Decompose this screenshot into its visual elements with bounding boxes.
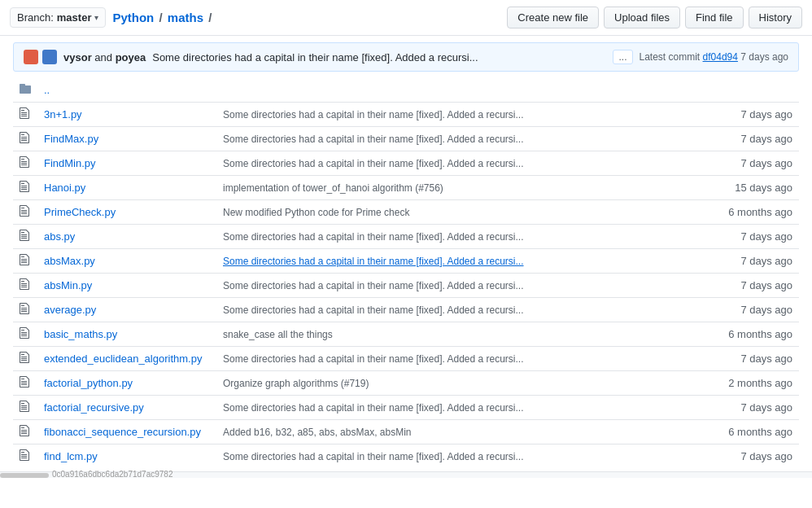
file-commit-cell: New modified Python code for Prime check (216, 200, 701, 225)
file-time-cell: 7 days ago (701, 127, 799, 151)
file-icon (13, 200, 37, 225)
table-row: 3n+1.py Some directories had a capital i… (13, 103, 799, 127)
file-link[interactable]: average.py (44, 304, 96, 316)
file-time-cell: 7 days ago (701, 274, 799, 298)
file-name-cell: 3n+1.py (37, 103, 216, 127)
file-link[interactable]: factorial_recursive.py (44, 401, 144, 414)
file-time-cell: 7 days ago (701, 249, 799, 274)
commit-text: Some directories had a capital in their … (223, 402, 524, 414)
file-commit-cell: Some directories had a capital in their … (216, 103, 701, 127)
file-table: .. 3n+1.py Some directories had a capita… (13, 78, 799, 468)
horizontal-scrollbar[interactable]: 0c0a916a6dbc6da2b71d7ac9782 (0, 471, 812, 478)
file-time-cell: 6 months ago (701, 322, 799, 347)
file-name-cell: factorial_recursive.py (37, 396, 216, 420)
scroll-thumb (0, 473, 49, 478)
breadcrumb-maths[interactable]: maths (168, 11, 203, 24)
table-row: factorial_python.py Organize graph algor… (13, 371, 799, 396)
parent-dir-icon (13, 78, 37, 103)
author1-link[interactable]: vysor (63, 51, 92, 64)
file-time-cell: 15 days ago (701, 176, 799, 200)
file-name-cell: basic_maths.py (37, 322, 216, 347)
parent-dir-link[interactable]: .. (37, 78, 799, 103)
file-name-cell: FindMin.py (37, 151, 216, 176)
file-name-cell: factorial_python.py (37, 371, 216, 396)
file-time-cell: 7 days ago (701, 444, 799, 469)
commit-text: Some directories had a capital in their … (223, 280, 524, 291)
branch-label: Branch: (17, 11, 54, 24)
file-time-cell: 7 days ago (701, 298, 799, 322)
file-link[interactable]: fibonacci_sequence_recursion.py (44, 426, 201, 438)
table-row: absMin.py Some directories had a capital… (13, 274, 799, 298)
file-commit-cell: Some directories had a capital in their … (216, 298, 701, 322)
file-commit-cell: Organize graph algorithms (#719) (216, 371, 701, 396)
file-time-cell: 7 days ago (701, 347, 799, 371)
avatar-icon-1 (24, 50, 38, 64)
top-bar: Branch: master ▾ Python / maths / Create… (0, 0, 812, 36)
avatar-group (24, 50, 57, 64)
commit-text: Organize graph algorithms (#719) (223, 378, 369, 389)
file-name-cell: fibonacci_sequence_recursion.py (37, 420, 216, 444)
commit-text: Added b16, b32, a85, abs, absMax, absMin (223, 427, 412, 438)
avatar-icon-2 (42, 50, 57, 64)
file-icon (13, 127, 37, 151)
table-row: extended_euclidean_algorithm.py Some dir… (13, 347, 799, 371)
table-row: FindMax.py Some directories had a capita… (13, 127, 799, 151)
ellipsis-button[interactable]: ... (613, 50, 632, 64)
commit-text: Some directories had a capital in their … (223, 304, 524, 316)
branch-selector[interactable]: Branch: master ▾ (10, 7, 106, 28)
file-list-container: .. 3n+1.py Some directories had a capita… (0, 78, 812, 468)
file-commit-cell: Some directories had a capital in their … (216, 225, 701, 249)
file-link[interactable]: basic_maths.py (44, 328, 117, 340)
latest-commit-label: Latest commit (640, 51, 701, 63)
create-new-file-button[interactable]: Create new file (507, 7, 599, 28)
commit-link[interactable]: Some directories had a capital in their … (223, 256, 524, 267)
breadcrumb-python[interactable]: Python (112, 11, 154, 24)
file-icon (13, 103, 37, 127)
file-link[interactable]: absMax.py (44, 255, 95, 267)
commit-text: Some directories had a capital in their … (223, 158, 524, 169)
commit-time-value: 7 days ago (740, 51, 788, 63)
file-link[interactable]: 3n+1.py (44, 108, 82, 120)
file-link[interactable]: abs.py (44, 230, 75, 243)
file-icon (13, 151, 37, 176)
table-row: PrimeCheck.py New modified Python code f… (13, 200, 799, 225)
find-file-button[interactable]: Find file (685, 7, 744, 28)
table-row: fibonacci_sequence_recursion.py Added b1… (13, 420, 799, 444)
commit-text: Some directories had a capital in their … (223, 353, 524, 365)
history-button[interactable]: History (749, 7, 802, 28)
file-commit-cell: Some directories had a capital in their … (216, 274, 701, 298)
file-time-cell: 6 months ago (701, 200, 799, 225)
file-link[interactable]: PrimeCheck.py (44, 206, 116, 218)
file-name-cell: average.py (37, 298, 216, 322)
commit-hash-link[interactable]: df04d94 (703, 51, 738, 63)
table-row: FindMin.py Some directories had a capita… (13, 151, 799, 176)
file-link[interactable]: factorial_python.py (44, 377, 133, 389)
commit-text: Some directories had a capital in their … (223, 134, 524, 145)
author2-link[interactable]: poyea (116, 51, 146, 64)
file-name-cell: extended_euclidean_algorithm.py (37, 347, 216, 371)
file-icon (13, 396, 37, 420)
file-time-cell: 7 days ago (701, 151, 799, 176)
file-link[interactable]: find_lcm.py (44, 450, 98, 462)
table-row: .. (13, 78, 799, 103)
file-commit-cell: Some directories had a capital in their … (216, 249, 701, 274)
file-link[interactable]: FindMin.py (44, 157, 96, 169)
file-icon (13, 420, 37, 444)
table-row: average.py Some directories had a capita… (13, 298, 799, 322)
commit-meta: Latest commit df04d94 7 days ago (640, 51, 789, 63)
file-name-cell: Hanoi.py (37, 176, 216, 200)
file-commit-cell: Some directories had a capital in their … (216, 396, 701, 420)
file-icon (13, 347, 37, 371)
file-commit-cell: Some directories had a capital in their … (216, 151, 701, 176)
file-link[interactable]: Hanoi.py (44, 182, 85, 194)
file-link[interactable]: extended_euclidean_algorithm.py (44, 353, 202, 365)
file-link[interactable]: FindMax.py (44, 133, 98, 145)
commit-text: Some directories had a capital in their … (223, 109, 524, 120)
file-time-cell: 2 months ago (701, 371, 799, 396)
file-link[interactable]: absMin.py (44, 279, 92, 291)
file-time-cell: 7 days ago (701, 396, 799, 420)
file-icon (13, 444, 37, 469)
commit-bar-wrapper: vysor and poyea Some directories had a c… (0, 42, 812, 72)
table-row: factorial_recursive.py Some directories … (13, 396, 799, 420)
upload-files-button[interactable]: Upload files (604, 7, 680, 28)
